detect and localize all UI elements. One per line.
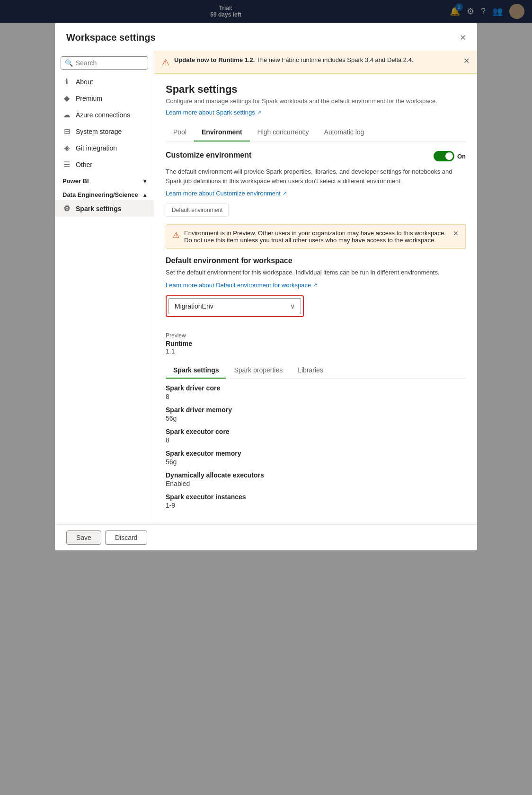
- modal-overlay: Workspace settings × 🔍 ℹ About ◆ Premium: [0, 0, 532, 23]
